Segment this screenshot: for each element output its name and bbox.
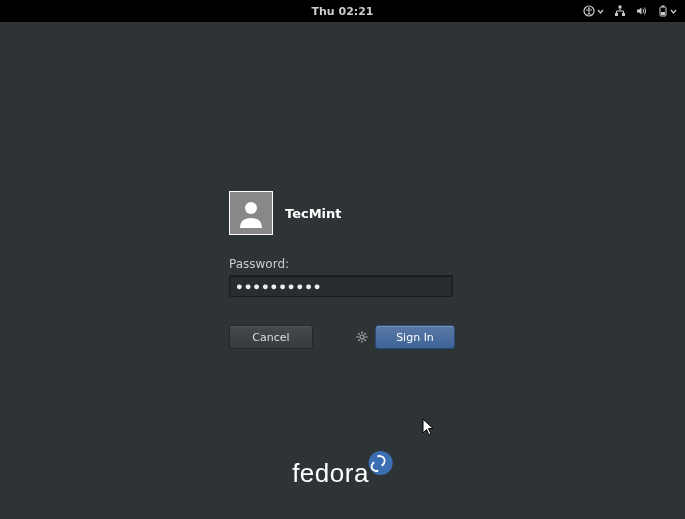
user-row: TecMint	[229, 191, 455, 235]
chevron-down-icon	[597, 8, 604, 15]
distro-brand: fedora	[292, 451, 393, 489]
password-input[interactable]	[229, 275, 453, 297]
cancel-button[interactable]: Cancel	[229, 325, 313, 349]
svg-line-15	[364, 339, 365, 340]
chevron-down-icon	[670, 8, 677, 15]
volume-icon[interactable]	[636, 5, 648, 17]
session-options-button[interactable]	[355, 330, 369, 344]
svg-line-16	[364, 333, 365, 334]
signin-button[interactable]: Sign In	[375, 325, 455, 349]
top-panel: Thu 02:21	[0, 0, 685, 22]
signin-button-label: Sign In	[396, 331, 434, 344]
panel-status-area	[583, 5, 677, 17]
cancel-button-label: Cancel	[252, 331, 289, 344]
svg-rect-6	[662, 6, 665, 8]
login-form: TecMint Password: Cancel	[229, 191, 455, 349]
svg-line-17	[358, 339, 359, 340]
right-buttons: Sign In	[355, 325, 455, 349]
brand-wordmark: fedora	[292, 458, 369, 489]
button-row: Cancel	[229, 325, 455, 349]
network-icon[interactable]	[614, 5, 626, 17]
svg-rect-7	[661, 12, 665, 15]
svg-rect-2	[619, 6, 622, 9]
username-label: TecMint	[285, 206, 342, 221]
battery-icon	[658, 5, 668, 17]
avatar	[229, 191, 273, 235]
fedora-logo-icon	[369, 451, 393, 475]
gear-icon	[356, 331, 368, 343]
svg-point-8	[245, 202, 257, 214]
accessibility-icon	[583, 5, 595, 17]
mouse-cursor	[422, 418, 436, 438]
svg-point-9	[360, 335, 364, 339]
clock[interactable]: Thu 02:21	[311, 5, 373, 18]
svg-point-1	[588, 7, 590, 9]
person-icon	[236, 198, 266, 228]
svg-rect-4	[622, 13, 625, 16]
svg-line-14	[358, 333, 359, 334]
battery-menu[interactable]	[658, 5, 677, 17]
accessibility-menu[interactable]	[583, 5, 604, 17]
password-label: Password:	[229, 257, 455, 271]
svg-rect-3	[615, 13, 618, 16]
